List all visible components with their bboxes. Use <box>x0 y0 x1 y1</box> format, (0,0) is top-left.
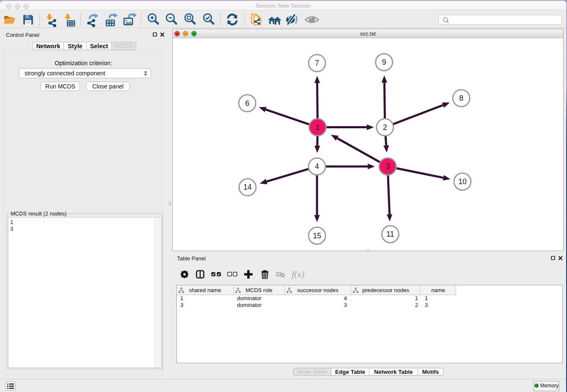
svg-text:14: 14 <box>243 183 252 191</box>
svg-text:2: 2 <box>383 123 387 132</box>
svg-text:11: 11 <box>386 230 394 238</box>
svg-text:10: 10 <box>458 177 467 186</box>
svg-text:6: 6 <box>245 99 249 108</box>
svg-text:1: 1 <box>316 123 320 132</box>
svg-text:8: 8 <box>459 94 463 102</box>
svg-text:7: 7 <box>315 59 319 67</box>
svg-text:4: 4 <box>315 162 319 171</box>
svg-text:9: 9 <box>382 58 386 66</box>
svg-text:15: 15 <box>313 232 321 240</box>
svg-text:3: 3 <box>385 162 390 171</box>
